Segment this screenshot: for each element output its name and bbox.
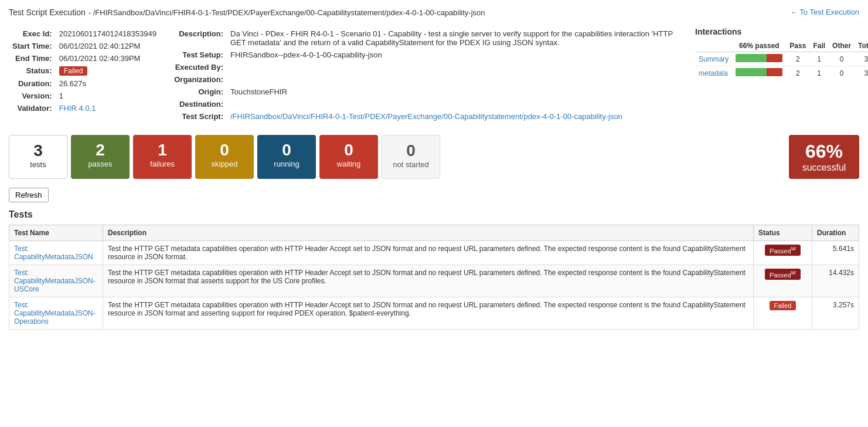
interaction-row-name[interactable]: Summary bbox=[695, 52, 732, 66]
interaction-row-fail: 1 bbox=[809, 52, 829, 66]
stat-tests-num: 3 bbox=[18, 141, 58, 160]
stat-skipped: 0 skipped bbox=[195, 135, 254, 179]
validator-label: Validator: bbox=[10, 103, 56, 114]
interaction-row-name[interactable]: metadata bbox=[695, 66, 732, 80]
interactions-col-total: Total bbox=[855, 40, 868, 52]
tests-heading: Tests bbox=[9, 209, 859, 220]
stat-running: 0 running bbox=[257, 135, 316, 179]
info-middle: Description: Da Vinci - PDex - FHIR R4-0… bbox=[155, 27, 678, 123]
test-setup-value: FHIRSandbox--pdex-4-0-1-00-capability-js… bbox=[228, 49, 676, 60]
interactions-col-pct: 66% passed bbox=[732, 40, 786, 52]
validator-value: FHIR 4.0.1 bbox=[57, 103, 159, 114]
interaction-row-other: 0 bbox=[829, 66, 855, 80]
stat-waiting: 0 waiting bbox=[319, 135, 378, 179]
stat-running-num: 0 bbox=[266, 141, 307, 160]
stat-not-started-num: 0 bbox=[391, 141, 431, 160]
stat-success-pct: 66% bbox=[805, 141, 843, 162]
test-setup-label: Test Setup: bbox=[156, 49, 227, 60]
destination-label: Destination: bbox=[156, 99, 227, 110]
col-header-duration: Duration bbox=[812, 225, 859, 241]
stat-passes-label: passes bbox=[80, 160, 121, 168]
table-row-description: Test the HTTP GET metadata capabilities … bbox=[103, 241, 754, 265]
destination-value bbox=[228, 99, 676, 110]
to-test-execution-link[interactable]: To Test Execution bbox=[790, 8, 859, 16]
stat-skipped-label: skipped bbox=[204, 160, 245, 168]
stat-running-label: running bbox=[266, 160, 307, 168]
stat-failures-label: failures bbox=[142, 160, 183, 168]
interactions-title: Interactions bbox=[695, 27, 859, 36]
interactions-panel: Interactions 66% passed Pass Fail Other … bbox=[695, 27, 859, 123]
stat-waiting-label: waiting bbox=[328, 160, 369, 168]
version-label: Version: bbox=[10, 90, 56, 101]
stat-tests: 3 tests bbox=[9, 135, 67, 179]
organization-value bbox=[228, 74, 676, 85]
interactions-col-pass: Pass bbox=[786, 40, 809, 52]
stat-success: 66% successful bbox=[789, 135, 859, 179]
col-header-description: Description bbox=[103, 225, 754, 241]
version-value: 1 bbox=[57, 90, 159, 101]
interactions-col-name bbox=[695, 40, 732, 52]
col-header-status: Status bbox=[754, 225, 812, 241]
interaction-row-bar bbox=[732, 52, 786, 66]
tests-table: Test Name Description Status Duration Te… bbox=[9, 225, 859, 330]
exec-id-value: 20210601174012418353949 bbox=[57, 28, 159, 39]
table-row-duration: 14.432s bbox=[812, 265, 859, 297]
description-value: Da Vinci - PDex - FHIR R4-0-1 - Scenario… bbox=[228, 28, 676, 48]
table-row-status: PassedW bbox=[754, 241, 812, 265]
status-badge: Failed bbox=[770, 301, 796, 310]
interaction-row-pass: 2 bbox=[786, 52, 809, 66]
origin-label: Origin: bbox=[156, 86, 227, 97]
info-left: Exec Id: 20210601174012418353949 Start T… bbox=[9, 27, 138, 123]
organization-label: Organization: bbox=[156, 74, 227, 85]
test-script-label: Test Script: bbox=[156, 111, 227, 122]
table-row-name: Test: CapabilityMetadataJSON-Operations bbox=[9, 297, 103, 330]
table-row-status: Failed bbox=[754, 297, 812, 330]
status-value: Failed bbox=[57, 65, 159, 77]
end-time-label: End Time: bbox=[10, 53, 56, 64]
stat-passes: 2 passes bbox=[71, 135, 130, 179]
interaction-row-total: 3 bbox=[855, 52, 868, 66]
executed-by-label: Executed By: bbox=[156, 62, 227, 73]
stat-not-started: 0 not started bbox=[382, 135, 440, 179]
table-row-description: Test the HTTP GET metadata capabilities … bbox=[103, 297, 754, 330]
start-time-label: Start Time: bbox=[10, 40, 56, 52]
executed-by-value bbox=[228, 62, 676, 73]
stat-tests-label: tests bbox=[18, 160, 58, 169]
table-row-name: Test: CapabilityMetadataJSON bbox=[9, 241, 103, 265]
stats-row: 3 tests 2 passes 1 failures 0 skipped 0 … bbox=[9, 135, 859, 179]
interactions-col-other: Other bbox=[829, 40, 855, 52]
page-header: Test Script Execution - /FHIRSandbox/DaV… bbox=[9, 6, 859, 18]
table-row-duration: 5.641s bbox=[812, 241, 859, 265]
status-badge: PassedW bbox=[765, 245, 801, 256]
status-badge: PassedW bbox=[765, 269, 801, 280]
page-title: Test Script Execution - /FHIRSandbox/DaV… bbox=[9, 6, 485, 18]
interaction-row-other: 0 bbox=[829, 52, 855, 66]
start-time-value: 06/01/2021 02:40:12PM bbox=[57, 40, 159, 52]
stat-failures-num: 1 bbox=[142, 141, 183, 160]
stat-passes-num: 2 bbox=[80, 141, 121, 160]
tests-section: Tests Test Name Description Status Durat… bbox=[9, 209, 859, 330]
table-row-duration: 3.257s bbox=[812, 297, 859, 330]
exec-id-label: Exec Id: bbox=[10, 28, 56, 39]
test-script-value: /FHIRSandbox/DaVinci/FHIR4-0-1-Test/PDEX… bbox=[228, 111, 676, 122]
interaction-row-bar bbox=[732, 66, 786, 80]
table-row-name: Test: CapabilityMetadataJSON-USCore bbox=[9, 265, 103, 297]
col-header-name: Test Name bbox=[9, 225, 103, 241]
interaction-row-pass: 2 bbox=[786, 66, 809, 80]
stat-failures: 1 failures bbox=[133, 135, 192, 179]
duration-label: Duration: bbox=[10, 78, 56, 89]
status-label: Status: bbox=[10, 65, 56, 77]
stat-skipped-num: 0 bbox=[204, 141, 245, 160]
table-row-description: Test the HTTP GET metadata capabilities … bbox=[103, 265, 754, 297]
end-time-value: 06/01/2021 02:40:39PM bbox=[57, 53, 159, 64]
interaction-row-fail: 1 bbox=[809, 66, 829, 80]
origin-value: TouchstoneFHIR bbox=[228, 86, 676, 97]
refresh-button[interactable]: Refresh bbox=[9, 188, 49, 202]
interaction-row-total: 3 bbox=[855, 66, 868, 80]
stat-waiting-num: 0 bbox=[328, 141, 369, 160]
description-label: Description: bbox=[156, 28, 227, 48]
stat-not-started-label: not started bbox=[391, 160, 431, 169]
interactions-col-fail: Fail bbox=[809, 40, 829, 52]
info-section: Exec Id: 20210601174012418353949 Start T… bbox=[9, 27, 859, 123]
table-row-status: PassedW bbox=[754, 265, 812, 297]
